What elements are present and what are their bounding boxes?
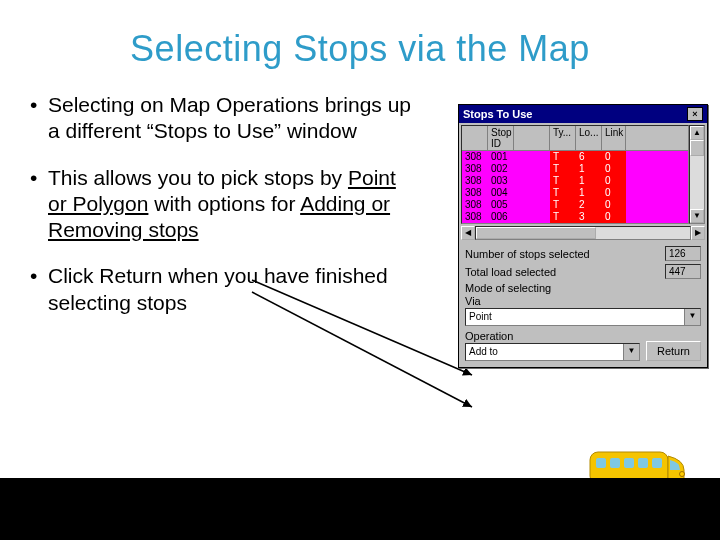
svg-rect-3 [610,458,620,468]
operation-label: Operation [465,330,640,342]
svg-rect-5 [638,458,648,468]
table-row[interactable]: 308001T60 [462,151,688,163]
via-label: Via [465,295,701,307]
hscroll-thumb[interactable] [476,227,596,239]
num-selected-label: Number of stops selected [465,248,665,260]
operation-combo[interactable]: Add to ▼ [465,343,640,361]
via-combo-value: Point [466,309,684,325]
svg-rect-2 [596,458,606,468]
stops-to-use-dialog: Stops To Use × Stop ID Ty... Lo... Link … [458,104,708,368]
svg-rect-6 [652,458,662,468]
table-row[interactable]: 308003T10 [462,175,688,187]
load-selected-label: Total load selected [465,266,665,278]
table-row[interactable]: 308005T20 [462,199,688,211]
scroll-left-icon[interactable]: ◀ [461,226,475,240]
load-selected-row: Total load selected 447 [465,264,701,279]
bullet-3: • Click Return when you have finished se… [30,263,420,316]
via-combo[interactable]: Point ▼ [465,308,701,326]
hscroll-track[interactable] [475,226,691,240]
vertical-scrollbar[interactable]: ▲ ▼ [689,125,705,224]
bullet-2-text: This allows you to pick stops by Point o… [48,165,420,244]
page-title: Selecting Stops via the Map [0,0,720,70]
bullet-dot: • [30,165,48,191]
chevron-down-icon[interactable]: ▼ [684,309,700,325]
scroll-thumb[interactable] [690,140,704,156]
scroll-down-icon[interactable]: ▼ [690,209,704,223]
close-icon[interactable]: × [687,107,703,121]
bullet-dot: • [30,92,48,118]
table-row[interactable]: 308006T30 [462,211,688,223]
table-row[interactable]: 308004T10 [462,187,688,199]
svg-rect-4 [624,458,634,468]
return-button[interactable]: Return [646,341,701,361]
bullet-2: • This allows you to pick stops by Point… [30,165,420,244]
load-selected-value: 447 [665,264,701,279]
svg-point-11 [680,472,685,477]
mode-label: Mode of selecting [465,282,701,294]
scroll-up-icon[interactable]: ▲ [690,126,704,140]
dialog-title: Stops To Use [463,108,687,120]
footer-bar [0,478,720,540]
stops-grid[interactable]: Stop ID Ty... Lo... Link 308001T60308002… [461,125,689,224]
bullet-1: • Selecting on Map Operations brings up … [30,92,420,145]
grid-header: Stop ID Ty... Lo... Link [462,126,688,151]
num-selected-value: 126 [665,246,701,261]
bullet-dot: • [30,263,48,289]
bullet-1-text: Selecting on Map Operations brings up a … [48,92,420,145]
table-row[interactable]: 308002T10 [462,163,688,175]
bullet-list: • Selecting on Map Operations brings up … [0,70,420,316]
num-selected-row: Number of stops selected 126 [465,246,701,261]
bullet-3-text: Click Return when you have finished sele… [48,263,420,316]
chevron-down-icon[interactable]: ▼ [623,344,639,360]
scroll-right-icon[interactable]: ▶ [691,226,705,240]
dialog-titlebar: Stops To Use × [459,105,707,123]
horizontal-scrollbar[interactable]: ◀ ▶ [461,226,705,240]
operation-combo-value: Add to [466,344,623,360]
scroll-track[interactable] [690,140,704,209]
